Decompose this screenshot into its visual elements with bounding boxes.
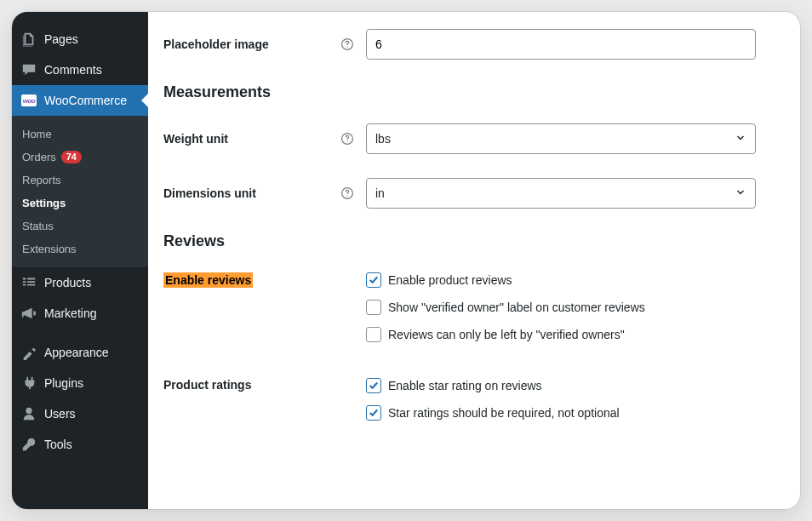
check-label: Star ratings should be required, not opt…	[388, 406, 620, 420]
product-ratings-label: Product ratings	[163, 378, 251, 392]
sidebar-item-plugins[interactable]: Plugins	[12, 368, 148, 398]
comments-icon	[20, 61, 37, 78]
sidebar-item-tools[interactable]: Tools	[12, 429, 148, 460]
verified-only-checkbox[interactable]	[366, 327, 381, 342]
verified-label-checkbox[interactable]	[366, 300, 381, 315]
admin-sidebar: Pages Comments woo WooCommerce Home Orde…	[12, 12, 148, 509]
sidebar-item-users[interactable]: Users	[12, 398, 148, 429]
help-icon[interactable]	[340, 37, 354, 51]
users-icon	[20, 405, 37, 422]
submenu-reports[interactable]: Reports	[12, 169, 148, 192]
check-label: Reviews can only be left by "verified ow…	[388, 328, 625, 341]
appearance-icon	[20, 344, 37, 361]
check-label: Enable star rating on reviews	[388, 379, 542, 392]
weight-unit-select[interactable]: lbs	[366, 123, 756, 154]
sidebar-item-pages[interactable]: Pages	[12, 24, 148, 54]
sidebar-item-woocommerce[interactable]: woo WooCommerce	[12, 85, 148, 116]
nav-label: Users	[44, 407, 76, 421]
marketing-icon	[20, 305, 37, 322]
woocommerce-submenu: Home Orders 74 Reports Settings Status E…	[12, 116, 148, 267]
nav-label: Appearance	[44, 346, 109, 359]
submenu-extensions[interactable]: Extensions	[12, 238, 148, 260]
submenu-settings[interactable]: Settings	[12, 192, 148, 215]
enable-reviews-label: Enable reviews	[163, 272, 253, 288]
product-ratings-row: Product ratings Enable star rating on re…	[163, 378, 756, 432]
products-icon	[20, 274, 37, 291]
help-icon[interactable]	[340, 132, 354, 146]
help-icon[interactable]	[340, 186, 354, 200]
submenu-home[interactable]: Home	[12, 123, 148, 146]
enable-reviews-row: Enable reviews Enable product reviews Sh…	[163, 272, 756, 354]
check-label: Show "verified owner" label on customer …	[388, 301, 645, 314]
reviews-heading: Reviews	[163, 232, 756, 250]
plugins-icon	[20, 375, 37, 392]
star-required-checkbox[interactable]	[366, 405, 381, 421]
tools-icon	[20, 436, 37, 453]
orders-count-badge: 74	[61, 151, 82, 163]
submenu-status[interactable]: Status	[12, 215, 148, 238]
weight-unit-row: Weight unit lbs	[163, 123, 756, 154]
placeholder-image-row: Placeholder image	[163, 29, 756, 60]
nav-label: Comments	[44, 63, 102, 77]
submenu-orders[interactable]: Orders 74	[12, 146, 148, 169]
nav-label: Products	[44, 276, 91, 289]
chevron-down-icon	[735, 186, 746, 201]
placeholder-image-input[interactable]	[366, 29, 756, 60]
nav-label: Plugins	[44, 376, 83, 390]
weight-unit-label: Weight unit	[163, 132, 228, 146]
sidebar-item-products[interactable]: Products	[12, 267, 148, 298]
dimensions-unit-select[interactable]: in	[366, 178, 756, 209]
nav-label: Pages	[44, 32, 78, 46]
nav-label: WooCommerce	[44, 94, 127, 107]
nav-label: Tools	[44, 438, 72, 451]
sidebar-item-comments[interactable]: Comments	[12, 54, 148, 85]
enable-reviews-checkbox[interactable]	[366, 272, 381, 288]
check-label: Enable product reviews	[388, 273, 512, 287]
nav-label: Marketing	[44, 306, 96, 320]
settings-main: Placeholder image Measurements Weight un…	[148, 12, 800, 509]
woocommerce-icon: woo	[20, 92, 37, 109]
dimensions-unit-row: Dimensions unit in	[163, 178, 756, 209]
sidebar-item-appearance[interactable]: Appearance	[12, 337, 148, 368]
dimensions-unit-label: Dimensions unit	[163, 186, 256, 200]
star-rating-checkbox[interactable]	[366, 378, 381, 393]
chevron-down-icon	[735, 132, 746, 146]
placeholder-image-label: Placeholder image	[163, 37, 269, 51]
pages-icon	[20, 31, 37, 48]
measurements-heading: Measurements	[163, 83, 756, 101]
sidebar-item-marketing[interactable]: Marketing	[12, 298, 148, 329]
